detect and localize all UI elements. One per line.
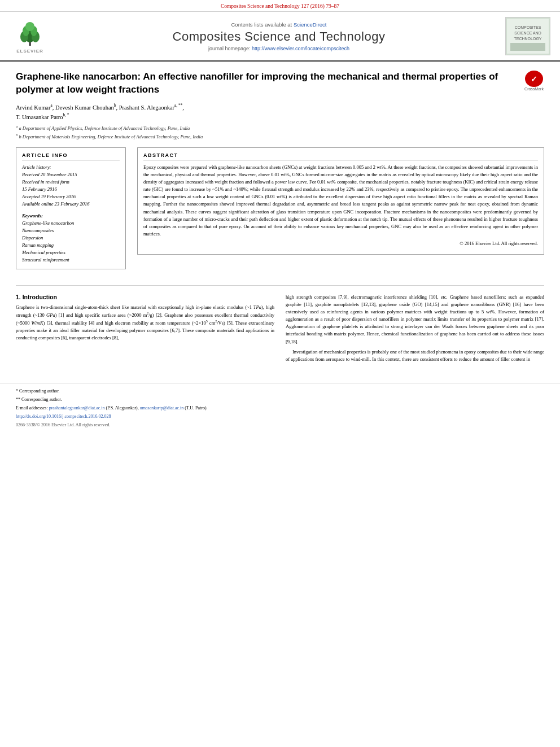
article-title-section: Graphene-like nanocarbon: An effective n… (16, 71, 544, 97)
section-divider (16, 285, 544, 286)
abstract-label: ABSTRACT (143, 152, 538, 160)
introduction-section: 1. Introduction Graphene is two-dimensio… (16, 294, 544, 366)
homepage-url[interactable]: http://www.elsevier.com/locate/compscite… (252, 46, 349, 51)
intro-para-right-1: high strength composites [7,9], electrom… (286, 294, 544, 346)
revised-label: Received in revised form (22, 178, 120, 186)
footnote-double-star: ** Corresponding author. (16, 396, 544, 404)
keywords-section: Keywords: Graphene-like nanocarbon Nanoc… (22, 213, 120, 264)
svg-text:TECHNOLOGY: TECHNOLOGY (514, 37, 541, 41)
intro-col-right: high strength composites [7,9], electrom… (286, 294, 544, 366)
page-wrapper: Composites Science and Technology 127 (2… (0, 0, 560, 747)
crossmark-icon[interactable]: ✓ (525, 71, 543, 87)
authors-line: Arvind Kumara, Devesh Kumar Chouhanb, Pr… (16, 102, 544, 122)
journal-citation: Composites Science and Technology 127 (2… (221, 3, 339, 9)
affil-a: a a Department of Applied Physics, Defen… (16, 125, 190, 131)
keyword-2: Nanocomposites (22, 227, 120, 234)
history-label: Article history: (22, 164, 120, 171)
elsevier-tree-icon (15, 19, 45, 47)
footer-notes: * Corresponding author. ** Corresponding… (16, 388, 544, 429)
elsevier-brand-text: ELSEVIER (16, 49, 43, 54)
author-super-a2: a, ** (174, 103, 182, 108)
svg-rect-12 (510, 43, 545, 51)
elsevier-logo-box: ELSEVIER (5, 16, 55, 56)
contents-label: Contents lists available at (231, 21, 292, 28)
abstract-copyright: © 2016 Elsevier Ltd. All rights reserved… (143, 240, 538, 247)
article-info-label: ARTICLE INFO (22, 152, 120, 160)
page-footer: * Corresponding author. ** Corresponding… (0, 383, 560, 434)
footer-copyright: 0266-3538/© 2016 Elsevier Ltd. All right… (16, 422, 544, 429)
journal-cover-image: COMPOSITES SCIENCE AND TECHNOLOGY (505, 17, 550, 55)
intro-para-right-2: Investigation of mechanical properties i… (286, 348, 544, 363)
abstract-text: Epoxy composites were prepared with grap… (143, 164, 538, 248)
affiliations: a a Department of Applied Physics, Defen… (16, 124, 544, 140)
email1-link[interactable]: prashantalegaonkar@diat.ac.in (49, 405, 105, 410)
header-right-logo: COMPOSITES SCIENCE AND TECHNOLOGY (502, 16, 553, 56)
article-title: Graphene-like nanocarbon: An effective n… (16, 71, 519, 97)
email-label: E-mail addresses: (16, 405, 48, 410)
journal-top-bar: Composites Science and Technology 127 (2… (0, 0, 560, 12)
affil-letter-a: a (16, 124, 18, 128)
keyword-5: Mechanical properties (22, 249, 120, 256)
intro-body-right: high strength composites [7,9], electrom… (286, 294, 544, 364)
keywords-label: Keywords: (22, 213, 120, 219)
footnote-single-star: * Corresponding author. (16, 388, 544, 395)
intro-para-1: Graphene is two-dimensional single-atom-… (16, 304, 274, 342)
main-content: Graphene-like nanocarbon: An effective n… (0, 62, 560, 375)
crossmark-label: CrossMark (524, 87, 544, 91)
available-date: Available online 23 February 2016 (22, 200, 120, 208)
elsevier-logo: ELSEVIER (15, 19, 45, 54)
homepage-label: journal homepage: (208, 46, 251, 51)
doi-link[interactable]: http://dx.doi.org/10.1016/j.compscitech.… (16, 414, 111, 419)
crossmark-badge[interactable]: ✓ CrossMark (524, 71, 544, 91)
journal-header: ELSEVIER Contents lists available at Sci… (0, 12, 560, 62)
author-super-a: a (51, 103, 53, 108)
accepted-date: Accepted 19 February 2016 (22, 193, 120, 200)
sciencedirect-line: Contents lists available at ScienceDirec… (231, 21, 327, 28)
intro-heading: 1. Introduction (16, 294, 274, 300)
doi-line: http://dx.doi.org/10.1016/j.compscitech.… (16, 413, 544, 421)
keyword-4: Raman mapping (22, 242, 120, 249)
journal-homepage-line: journal homepage: http://www.elsevier.co… (208, 46, 349, 51)
affil-b: b b Department of Materials Engineering,… (16, 134, 203, 139)
keyword-6: Structural reinforcement (22, 256, 120, 264)
email2-name: (T.U. Patro). (185, 405, 207, 410)
abstract-paragraph: Epoxy composites were prepared with grap… (143, 164, 538, 238)
intro-body-left: Graphene is two-dimensional single-atom-… (16, 304, 274, 342)
keyword-3: Dispersion (22, 234, 120, 242)
article-meta-two-col: ARTICLE INFO Article history: Received 2… (16, 147, 544, 275)
author-super-b: b (114, 103, 116, 108)
keyword-1: Graphene-like nanocarbon (22, 220, 120, 227)
received-date: Received 20 November 2015 (22, 171, 120, 178)
word-high: high (286, 294, 294, 300)
email1-name: (P.S. Alegaonkar), (106, 405, 139, 410)
svg-text:SCIENCE AND: SCIENCE AND (514, 31, 541, 35)
author-super-b2: b, * (63, 112, 69, 117)
journal-title-header: Composites Science and Technology (173, 29, 386, 44)
abstract-column: ABSTRACT Epoxy composites were prepared … (137, 147, 544, 275)
article-info-box: ARTICLE INFO Article history: Received 2… (16, 147, 126, 269)
svg-point-6 (25, 22, 34, 31)
article-history: Article history: Received 20 November 20… (22, 164, 120, 208)
header-center: Contents lists available at ScienceDirec… (60, 16, 498, 56)
abstract-box: ABSTRACT Epoxy composites were prepared … (137, 147, 544, 255)
revised-date: 15 February 2016 (22, 186, 120, 193)
sciencedirect-link[interactable]: ScienceDirect (294, 21, 327, 28)
article-info-column: ARTICLE INFO Article history: Received 2… (16, 147, 126, 275)
email2-link[interactable]: umasankartp@diat.ac.in (140, 405, 184, 410)
affil-letter-b: b (16, 133, 18, 137)
intro-col-left: 1. Introduction Graphene is two-dimensio… (16, 294, 274, 366)
svg-text:COMPOSITES: COMPOSITES (515, 25, 541, 29)
footnote-emails: E-mail addresses: prashantalegaonkar@dia… (16, 405, 544, 412)
